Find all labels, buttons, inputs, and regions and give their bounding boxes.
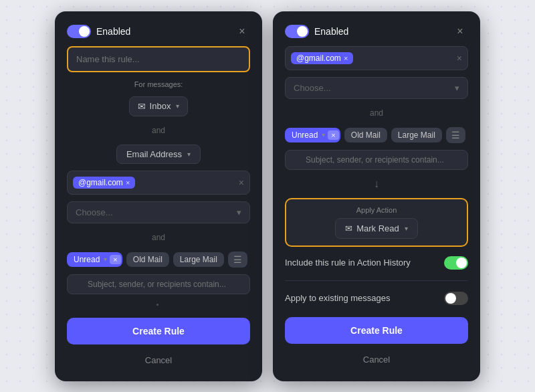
right-tag-input-clear[interactable]: × [457, 53, 462, 64]
left-enabled-toggle-label: Enabled [67, 25, 130, 38]
right-choose-dropdown[interactable]: Choose... ▾ [285, 77, 468, 99]
mark-read-label: Mark Read [356, 223, 399, 233]
left-create-rule-button[interactable]: Create Rule [67, 318, 250, 345]
left-tag-input-clear[interactable]: × [239, 177, 244, 188]
inbox-dropdown-arrow: ▾ [176, 102, 179, 110]
left-gmail-tag-close[interactable]: × [126, 179, 130, 187]
left-more-dots: • [67, 301, 250, 308]
right-gmail-tag-close[interactable]: × [344, 54, 348, 62]
left-gmail-tag: @gmail.com × [73, 177, 135, 189]
right-gmail-tag: @gmail.com × [291, 52, 353, 64]
divider [285, 280, 468, 281]
inbox-label: Inbox [150, 101, 171, 111]
mark-read-icon: ✉ [345, 223, 352, 233]
right-panel: Enabled × @gmail.com × × Choose... ▾ and… [273, 11, 480, 381]
left-cancel-button[interactable]: Cancel [67, 351, 250, 369]
right-choose-placeholder: Choose... [294, 83, 331, 93]
right-unread-label: Unread [292, 130, 318, 140]
left-close-button[interactable]: × [234, 23, 250, 39]
left-search-input[interactable] [67, 274, 250, 294]
right-panel-header: Enabled × [285, 23, 468, 39]
email-address-dropdown-arrow: ▾ [187, 151, 191, 158]
right-enabled-toggle-label: Enabled [285, 25, 348, 38]
left-unread-filter[interactable]: Unread ▾ × [67, 252, 122, 267]
left-tag-input-area[interactable]: @gmail.com × × [67, 171, 250, 195]
right-large-mail-filter[interactable]: Large Mail [391, 128, 442, 142]
left-and-label-1: and [67, 126, 250, 135]
apply-existing-toggle[interactable] [444, 292, 468, 305]
right-search-wrapper: 🔍 [285, 150, 468, 170]
left-choose-dropdown[interactable]: Choose... ▾ [67, 201, 250, 223]
include-history-row: Include this rule in Action History [285, 254, 468, 272]
right-unread-filter[interactable]: Unread ▾ × [285, 128, 340, 142]
left-search-wrapper: 🔍 [67, 274, 250, 294]
include-history-toggle[interactable] [444, 256, 468, 270]
arrow-down: ↓ [285, 178, 468, 190]
right-unread-dropdown-arrow: ▾ [322, 131, 325, 138]
left-choose-placeholder: Choose... [76, 207, 113, 217]
right-filter-more[interactable]: ☰ [446, 127, 465, 143]
right-old-mail-filter[interactable]: Old Mail [344, 128, 387, 142]
left-unread-label: Unread [74, 255, 100, 264]
include-history-text: Include this rule in Action History [285, 258, 411, 268]
apply-existing-text: Apply to existing messages [285, 293, 391, 303]
left-and-label-2: and [67, 233, 250, 242]
apply-existing-row: Apply to existing messages [285, 289, 468, 308]
left-filter-more[interactable]: ☰ [228, 252, 247, 268]
apply-action-label: Apply Action [356, 206, 397, 214]
mark-read-button[interactable]: ✉ Mark Read ▾ [335, 218, 418, 239]
right-search-input[interactable] [285, 150, 468, 170]
right-create-rule-button[interactable]: Create Rule [285, 317, 468, 344]
right-and-label: and [285, 108, 468, 118]
left-choose-arrow: ▾ [237, 207, 241, 217]
email-address-label: Email Address [126, 149, 182, 159]
right-filters-row: Unread ▾ × Old Mail Large Mail ☰ [285, 127, 468, 143]
right-enabled-text: Enabled [314, 26, 348, 37]
inbox-icon: ✉ [138, 101, 146, 112]
right-enabled-toggle[interactable] [285, 25, 309, 38]
left-filters-row: Unread ▾ × Old Mail Large Mail ☰ [67, 252, 250, 268]
for-messages-label: For messages: [67, 80, 250, 88]
left-old-mail-filter[interactable]: Old Mail [126, 252, 169, 267]
right-unread-remove[interactable]: × [328, 130, 338, 140]
apply-action-box: Apply Action ✉ Mark Read ▾ [285, 198, 468, 247]
left-enabled-text: Enabled [96, 26, 130, 37]
inbox-button[interactable]: ✉ Inbox ▾ [129, 96, 189, 116]
left-unread-remove[interactable]: × [110, 255, 120, 264]
email-address-button[interactable]: Email Address ▾ [116, 144, 201, 164]
left-panel-header: Enabled × [67, 23, 250, 39]
left-large-mail-filter[interactable]: Large Mail [173, 252, 224, 267]
right-close-button[interactable]: × [452, 23, 468, 39]
right-cancel-button[interactable]: Cancel [285, 351, 468, 369]
panels-container: Enabled × For messages: ✉ Inbox ▾ and Em… [55, 11, 480, 381]
rule-name-input[interactable] [67, 46, 250, 72]
left-gmail-tag-text: @gmail.com [78, 178, 123, 187]
left-unread-dropdown-arrow: ▾ [104, 256, 107, 263]
right-tag-input-area[interactable]: @gmail.com × × [285, 46, 468, 70]
right-gmail-tag-text: @gmail.com [296, 54, 341, 63]
right-choose-arrow: ▾ [455, 83, 459, 93]
mark-read-dropdown-arrow: ▾ [405, 225, 408, 232]
left-enabled-toggle[interactable] [67, 25, 91, 38]
left-panel: Enabled × For messages: ✉ Inbox ▾ and Em… [55, 11, 262, 381]
